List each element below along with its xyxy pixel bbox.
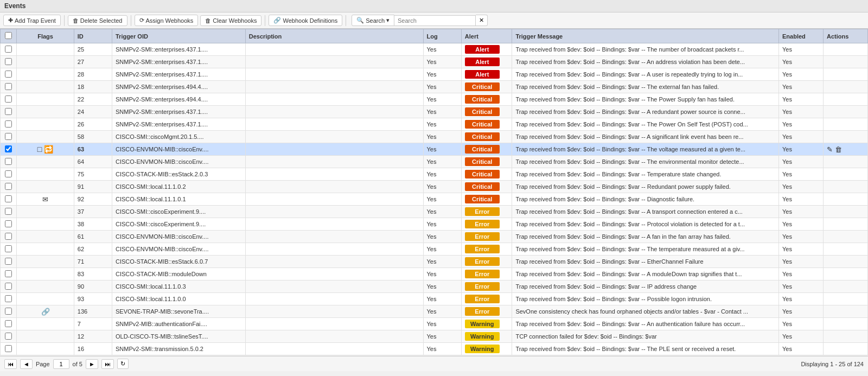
copy-icon[interactable]: □ <box>37 145 42 154</box>
row-checkbox[interactable] <box>5 220 12 227</box>
row-checkbox[interactable] <box>5 295 12 302</box>
row-checkbox[interactable] <box>5 120 12 128</box>
row-actions <box>823 193 867 206</box>
row-checkbox[interactable] <box>5 208 12 215</box>
row-log: Yes <box>423 81 461 93</box>
table-row[interactable]: 28SNMPv2-SMI::enterprises.437.1....YesAl… <box>1 68 868 81</box>
row-alert: Critical <box>461 106 512 118</box>
table-row[interactable]: 7SNMPv2-MIB::authenticationFai....YesWar… <box>1 318 868 330</box>
table-row[interactable]: 64CISCO-ENVMON-MIB::ciscoEnv....YesCriti… <box>1 156 868 168</box>
row-actions <box>823 81 867 93</box>
row-id: 93 <box>74 293 112 305</box>
row-checkbox[interactable] <box>5 71 12 78</box>
header-checkbox <box>1 29 17 43</box>
row-enabled: Yes <box>779 231 824 243</box>
assign-webhooks-button[interactable]: ⟳ Assign Webhooks <box>135 15 199 26</box>
clear-webhooks-button[interactable]: 🗑 Clear Webhooks <box>200 15 261 26</box>
row-checkbox[interactable] <box>5 145 12 152</box>
email-icon[interactable]: ✉ <box>42 195 48 203</box>
row-log: Yes <box>423 330 461 343</box>
row-checkbox[interactable] <box>5 245 12 252</box>
row-checkbox[interactable] <box>5 345 12 352</box>
alert-badge: Alert <box>465 70 500 79</box>
first-page-button[interactable]: ⏮ <box>4 359 17 369</box>
row-checkbox[interactable] <box>5 108 12 115</box>
edit-icon[interactable]: ✎ <box>827 145 833 154</box>
row-log: Yes <box>423 343 461 355</box>
table-row[interactable]: 75CISCO-STACK-MIB::esStack.2.0.3YesCriti… <box>1 168 868 181</box>
row-checkbox[interactable] <box>5 183 12 190</box>
table-row[interactable]: 25SNMPv2-SMI::enterprises.437.1....YesAl… <box>1 43 868 56</box>
table-row[interactable]: 🔗136SEVONE-TRAP-MIB::sevoneTra....YesErr… <box>1 305 868 318</box>
row-log: Yes <box>423 293 461 305</box>
table-row[interactable]: □🔁63CISCO-ENVMON-MIB::ciscoEnv....YesCri… <box>1 143 868 156</box>
row-log: Yes <box>423 281 461 293</box>
table-row[interactable]: 24SNMPv2-SMI::enterprises.437.1....YesCr… <box>1 106 868 118</box>
row-checkbox[interactable] <box>5 158 12 165</box>
table-row[interactable]: 22SNMPv2-SMI::enterprises.494.4....YesCr… <box>1 93 868 106</box>
row-flags <box>17 181 74 193</box>
row-checkbox[interactable] <box>5 333 12 340</box>
table-row[interactable]: 58CISCO-SMI::ciscoMgmt.20.1.5....YesCrit… <box>1 131 868 143</box>
table-row[interactable]: 26SNMPv2-SMI::enterprises.437.1....YesCr… <box>1 118 868 131</box>
row-trigger-oid: SNMPv2-SMI::enterprises.437.1.... <box>112 106 245 118</box>
search-button[interactable]: 🔍 Search ▾ <box>352 15 394 26</box>
row-checkbox[interactable] <box>5 133 12 140</box>
row-enabled: Yes <box>779 305 824 318</box>
alert-badge: Error <box>465 307 500 316</box>
table-row[interactable]: 62CISCO-ENVMON-MIB::ciscoEnv....YesError… <box>1 243 868 256</box>
row-description <box>245 231 423 243</box>
table-row[interactable]: 93CISCO-SMI::local.11.1.0.0YesErrorTrap … <box>1 293 868 305</box>
add-trap-event-button[interactable]: ✚ Add Trap Event <box>3 15 61 26</box>
row-checkbox[interactable] <box>5 46 12 53</box>
table-row[interactable]: 37CISCO-SMI::ciscoExperiment.9....YesErr… <box>1 206 868 218</box>
row-checkbox[interactable] <box>5 170 12 177</box>
row-checkbox[interactable] <box>5 258 12 265</box>
select-all-checkbox[interactable] <box>5 32 12 39</box>
refresh-button[interactable]: ↻ <box>117 359 129 369</box>
row-checkbox[interactable] <box>5 195 12 202</box>
flag-icon[interactable]: 🔁 <box>44 145 53 154</box>
row-trigger-message: SevOne consistency check has found orpha… <box>512 305 779 318</box>
table-row[interactable]: ✉92CISCO-SMI::local.11.1.0.1YesCriticalT… <box>1 193 868 206</box>
webhook-definitions-button[interactable]: 🔗 Webhook Definitions <box>269 15 342 26</box>
row-alert: Critical <box>461 181 512 193</box>
row-checkbox[interactable] <box>5 58 12 65</box>
search-input[interactable] <box>394 15 476 26</box>
row-alert: Error <box>461 256 512 268</box>
table-row[interactable]: 71CISCO-STACK-MIB::esStack.6.0.7YesError… <box>1 256 868 268</box>
link-icon[interactable]: 🔗 <box>41 308 50 316</box>
page-input[interactable] <box>53 359 69 369</box>
row-checkbox[interactable] <box>5 83 12 90</box>
row-flags <box>17 168 74 181</box>
table-row[interactable]: 27SNMPv2-SMI::enterprises.437.1....YesAl… <box>1 56 868 68</box>
table-row[interactable]: 18SNMPv2-SMI::enterprises.494.4....YesCr… <box>1 81 868 93</box>
table-row[interactable]: 91CISCO-SMI::local.11.1.0.2YesCriticalTr… <box>1 181 868 193</box>
row-flags <box>17 68 74 81</box>
alert-badge: Error <box>465 207 500 216</box>
alert-badge: Critical <box>465 170 500 179</box>
row-trigger-message: Trap received from $dev: $oid -- Binding… <box>512 106 779 118</box>
table-row[interactable]: 16SNMPv2-SMI::transmission.5.0.2YesWarni… <box>1 343 868 355</box>
prev-page-button[interactable]: ◄ <box>20 359 33 369</box>
next-page-button[interactable]: ► <box>86 359 98 369</box>
table-row[interactable]: 61CISCO-ENVMON-MIB::ciscoEnv....YesError… <box>1 231 868 243</box>
footer: ⏮ ◄ Page of 5 ► ⏭ ↻ Displaying 1 - 25 of… <box>0 356 868 371</box>
row-checkbox[interactable] <box>5 308 12 315</box>
row-checkbox[interactable] <box>5 233 12 240</box>
last-page-button[interactable]: ⏭ <box>101 359 114 369</box>
delete-selected-button[interactable]: 🗑 Delete Selected <box>68 15 127 26</box>
row-alert: Critical <box>461 131 512 143</box>
search-clear-button[interactable]: ✕ <box>476 15 488 26</box>
alert-badge: Error <box>465 282 500 291</box>
table-row[interactable]: 12OLD-CISCO-TS-MIB::tslineSesT....YesWar… <box>1 330 868 343</box>
table-row[interactable]: 83CISCO-STACK-MIB::moduleDownYesErrorTra… <box>1 268 868 281</box>
table-row[interactable]: 38CISCO-SMI::ciscoExperiment.9....YesErr… <box>1 218 868 231</box>
table-row[interactable]: 90CISCO-SMI::local.11.1.0.3YesErrorTrap … <box>1 281 868 293</box>
delete-icon[interactable]: 🗑 <box>835 145 842 154</box>
row-checkbox[interactable] <box>5 270 12 277</box>
row-checkbox[interactable] <box>5 283 12 290</box>
row-checkbox[interactable] <box>5 95 12 103</box>
row-id: 92 <box>74 193 112 206</box>
row-checkbox[interactable] <box>5 320 12 327</box>
